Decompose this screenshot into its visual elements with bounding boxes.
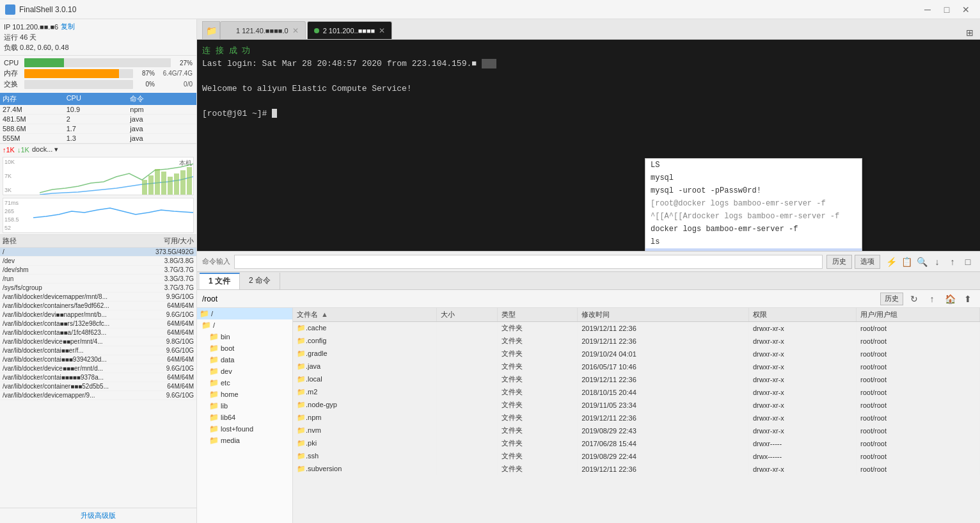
process-row: 481.5M2java: [0, 115, 196, 124]
col-size[interactable]: 大小: [437, 308, 498, 322]
tree-item[interactable]: 📁dev: [197, 366, 292, 377]
cmd-input[interactable]: [234, 255, 823, 269]
ac-item-docker-logs-1[interactable]: [root@docker logs bamboo-emr-server -f: [645, 197, 862, 210]
tree-item[interactable]: 📁lib64: [197, 412, 292, 423]
file-row[interactable]: 📁.local 文件夹 2019/12/11 22:36 drwxr-xr-x …: [293, 373, 980, 386]
history-button[interactable]: 历史: [826, 255, 852, 269]
col-modified[interactable]: 修改时间: [578, 308, 749, 322]
file-type: 文件夹: [498, 373, 578, 386]
col-perms[interactable]: 权限: [748, 308, 856, 322]
fm-refresh-icon[interactable]: ↻: [907, 292, 921, 306]
tree-item-root[interactable]: 📁 /: [197, 308, 292, 319]
close-button[interactable]: ✕: [957, 1, 975, 19]
fm-up-icon[interactable]: ↑: [925, 292, 939, 306]
disk-row[interactable]: /var/lib/docker/device■■■er/mnt/d...9.6G…: [0, 364, 196, 373]
disk-row[interactable]: /var/lib/docker/contai■■■9394230d...64M/…: [0, 355, 196, 364]
col-owner[interactable]: 用户/用户组: [857, 308, 980, 322]
ac-item-sl[interactable]: sl: [645, 248, 862, 251]
copy-ip-button[interactable]: 复制: [61, 22, 75, 31]
ac-item-ls-caps[interactable]: LS: [645, 159, 862, 172]
net-chart-y3: 10K: [4, 159, 15, 165]
file-row[interactable]: 📁.pki 文件夹 2017/06/28 15:44 drwxr----- ro…: [293, 437, 980, 450]
disk-row[interactable]: /var/lib/docker/conta■■a/1fc48f623...64M…: [0, 328, 196, 337]
tree-item[interactable]: 📁etc: [197, 377, 292, 389]
tab-grid-button[interactable]: ⊞: [962, 26, 977, 39]
upload-icon[interactable]: ↑: [945, 255, 960, 269]
tab-1-close[interactable]: ✕: [292, 26, 299, 35]
disk-row[interactable]: /var/lib/docker/contai■■er/f...9.6G/10G: [0, 346, 196, 355]
ac-item-docker-logs-2[interactable]: ^[[A^[[Ardocker logs bamboo-emr-server -…: [645, 210, 862, 223]
col-type[interactable]: 类型: [498, 308, 578, 322]
disk-row[interactable]: /run3.3G/3.7G: [0, 275, 196, 284]
tree-item[interactable]: 📁home: [197, 389, 292, 400]
disk-row[interactable]: /var/lib/docker/container■■■52d5b5...64M…: [0, 382, 196, 391]
autocomplete-dropdown[interactable]: LS mysql mysql -uroot -pPassw0rd! [root@…: [645, 158, 862, 251]
disk-col-avail: 可用/大小: [146, 236, 194, 246]
disk-row[interactable]: /var/lib/docker/devicemapper/mnt/8...9.9…: [0, 293, 196, 302]
tree-item[interactable]: 📁data: [197, 354, 292, 366]
lightning-icon[interactable]: ⚡: [884, 255, 898, 269]
terminal[interactable]: 连 接 成 功 Last login: Sat Mar 28 20:48:57 …: [197, 40, 980, 251]
disk-row[interactable]: /dev3.8G/3.8G: [0, 257, 196, 266]
process-row: 555M1.3java: [0, 134, 196, 143]
file-row[interactable]: 📁.java 文件夹 2016/05/17 10:46 drwxr-xr-x r…: [293, 360, 980, 373]
disk-row[interactable]: /var/lib/docker/conta■■rs/132e98cfc...64…: [0, 319, 196, 328]
tree-item[interactable]: 📁boot: [197, 342, 292, 354]
tree-item[interactable]: 📁lost+found: [197, 423, 292, 435]
file-row[interactable]: 📁.ssh 文件夹 2019/08/29 22:44 drwx------ ro…: [293, 450, 980, 463]
minimize-button[interactable]: ─: [919, 1, 937, 19]
ac-item-mysql-root[interactable]: mysql -uroot -pPassw0rd!: [645, 184, 862, 197]
tree-item[interactable]: 📁bin: [197, 331, 292, 342]
bottom-tabs: 1 文件 2 命令: [197, 272, 980, 290]
net-interface-select[interactable]: dock... ▾: [32, 145, 58, 154]
tree-item[interactable]: 📁lib: [197, 400, 292, 412]
process-table-header: 内存 CPU 命令: [0, 93, 196, 105]
tree-item[interactable]: 📁/: [197, 319, 292, 331]
download-icon[interactable]: ↓: [930, 255, 944, 269]
fm-history-button[interactable]: 历史: [880, 293, 903, 305]
disk-avail: 3.7G/3.7G: [146, 284, 194, 291]
search-icon[interactable]: 🔍: [915, 255, 929, 269]
new-tab-button[interactable]: 📁: [202, 21, 220, 39]
disk-row[interactable]: /var/lib/docker/devi■■napper/mnt/b...9.6…: [0, 310, 196, 319]
tab-1[interactable]: 1 121.40.■■■■.0 ✕: [220, 21, 306, 39]
file-row[interactable]: 📁.nvm 文件夹 2019/08/29 22:43 drwxr-xr-x ro…: [293, 424, 980, 437]
file-row[interactable]: 📁.m2 文件夹 2018/10/15 20:44 drwxr-xr-x roo…: [293, 386, 980, 399]
ac-item-docker-logs-3[interactable]: docker logs bamboo-emr-server -f: [645, 223, 862, 236]
file-row[interactable]: 📁.subversion 文件夹 2019/12/11 22:36 drwxr-…: [293, 463, 980, 476]
process-list: 27.4M10.9npm481.5M2java588.6M1.7java555M…: [0, 105, 196, 143]
file-row[interactable]: 📁.node-gyp 文件夹 2019/11/05 23:34 drwxr-xr…: [293, 399, 980, 412]
mem-detail: 6.4G/7.4G: [157, 70, 193, 77]
col-name[interactable]: 文件名 ▲: [293, 308, 437, 322]
fm-upload-icon[interactable]: ⬆: [961, 292, 975, 306]
maximize-button[interactable]: □: [938, 1, 956, 19]
disk-row[interactable]: /var/lib/docker/containers/fae9df662...6…: [0, 302, 196, 310]
disk-row[interactable]: /var/lib/docker/device■■per/mnt/4...9.8G…: [0, 337, 196, 346]
file-modified: 2018/10/15 20:44: [578, 386, 749, 399]
upgrade-button[interactable]: 升级高级版: [81, 511, 116, 519]
file-row[interactable]: 📁.config 文件夹 2019/12/11 22:36 drwxr-xr-x…: [293, 335, 980, 348]
swap-label: 交换: [4, 79, 22, 89]
file-row[interactable]: 📁.cache 文件夹 2019/12/11 22:36 drwxr-xr-x …: [293, 322, 980, 335]
disk-row[interactable]: /var/lib/docker/contai■■■■■9378a...64M/6…: [0, 373, 196, 382]
disk-row[interactable]: /dev/shm3.7G/3.7G: [0, 266, 196, 275]
term-line-1: 连 接 成 功: [202, 45, 975, 58]
disk-row[interactable]: /sys/fs/cgroup3.7G/3.7G: [0, 284, 196, 293]
file-row[interactable]: 📁.gradle 文件夹 2019/10/24 04:01 drwxr-xr-x…: [293, 348, 980, 360]
file-table: 文件名 ▲ 大小 类型 修改时间 权限 用户/用户组 📁.cache 文件夹 2…: [293, 308, 980, 523]
tree-item[interactable]: 📁media: [197, 435, 292, 446]
file-row[interactable]: 📁.npm 文件夹 2019/12/11 22:36 drwxr-xr-x ro…: [293, 412, 980, 424]
disk-row[interactable]: /373.5G/492G: [0, 248, 196, 257]
disk-row[interactable]: /var/lib/docker/devicemapper/9...9.6G/10…: [0, 391, 196, 400]
tab-2[interactable]: 2 101.200..■■■■ ✕: [307, 21, 393, 39]
options-button[interactable]: 选项: [855, 255, 880, 269]
file-name: 📁.cache: [293, 322, 437, 335]
bottom-tab-files[interactable]: 1 文件: [200, 273, 240, 289]
ac-item-mysql[interactable]: mysql: [645, 172, 862, 184]
ac-item-ls-lower[interactable]: ls: [645, 236, 862, 248]
fm-home-icon[interactable]: 🏠: [943, 292, 957, 306]
bottom-tab-commands[interactable]: 2 命令: [240, 273, 280, 289]
tab-2-close[interactable]: ✕: [379, 26, 385, 35]
window-icon[interactable]: □: [961, 255, 975, 269]
clipboard-icon[interactable]: 📋: [899, 255, 913, 269]
